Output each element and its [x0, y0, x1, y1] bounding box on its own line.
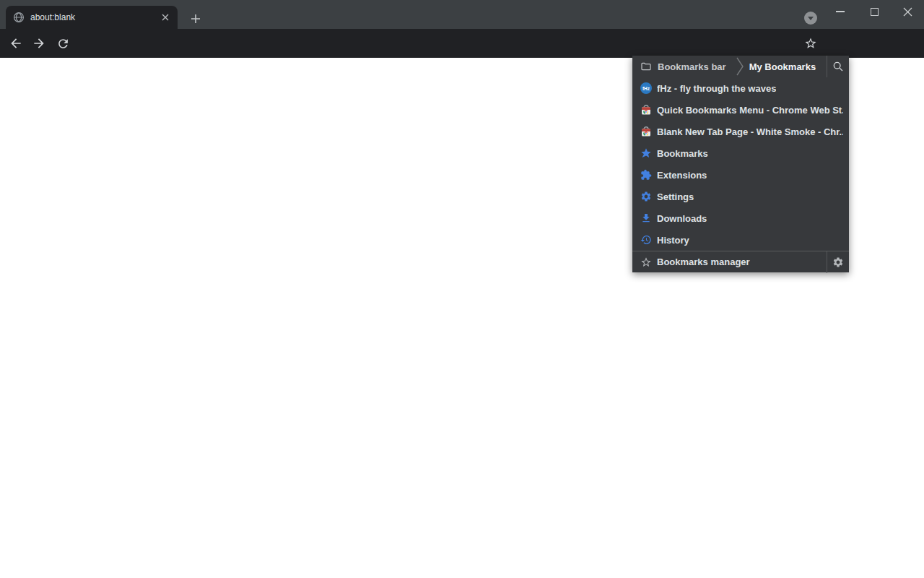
tab-title: about:blank [30, 12, 159, 22]
bookmarks-manager-button[interactable]: Bookmarks manager [632, 251, 827, 273]
bookmark-item-label: History [657, 235, 689, 246]
fhz-favicon-icon: fHz [640, 82, 652, 94]
minimize-icon [836, 11, 845, 12]
titlebar-caret-button[interactable] [804, 12, 817, 25]
bookmark-list-item[interactable]: Blank New Tab Page - White Smoke - Chr..… [632, 121, 849, 142]
downloads-arrow-icon [640, 212, 652, 224]
bookmark-list-item[interactable]: Settings [632, 186, 849, 207]
chrome-web-store-favicon-icon [640, 104, 652, 116]
chrome-web-store-favicon-icon [640, 126, 652, 137]
reload-icon [56, 37, 70, 51]
minimize-button[interactable] [829, 3, 852, 20]
bookmark-list-item[interactable]: fHz fHz - fly through the waves [632, 77, 849, 99]
arrow-right-icon [32, 36, 46, 51]
bookmark-list-item[interactable]: Bookmarks [632, 142, 849, 164]
bookmarks-star-icon [640, 147, 652, 159]
bookmark-item-label: Downloads [657, 213, 707, 224]
bookmark-item-label: fHz - fly through the waves [657, 83, 776, 94]
tab-close-button[interactable] [159, 11, 172, 24]
breadcrumb-chevron-icon [736, 57, 744, 76]
titlebar: about:blank [0, 0, 924, 29]
popup-footer: Bookmarks manager [632, 251, 849, 272]
bookmark-list-item[interactable]: History [632, 229, 849, 251]
bookmark-item-label: Extensions [657, 170, 707, 181]
chevron-down-icon [808, 17, 814, 20]
popup-breadcrumb-bar: Bookmarks bar My Bookmarks [632, 56, 849, 77]
bookmarks-manager-label: Bookmarks manager [657, 256, 750, 267]
bookmark-item-label: Bookmarks [657, 148, 708, 159]
arrow-left-icon [9, 36, 23, 51]
popup-settings-button[interactable] [827, 251, 849, 273]
breadcrumb-parent-folder[interactable]: Bookmarks bar [632, 61, 726, 72]
plus-icon [191, 14, 201, 24]
bookmark-list-item[interactable]: Extensions [632, 164, 849, 186]
bookmark-item-label: Settings [657, 191, 694, 202]
browser-tab[interactable]: about:blank [6, 6, 178, 29]
window-close-button[interactable] [896, 3, 919, 20]
gear-icon [832, 256, 844, 268]
extensions-puzzle-icon [640, 169, 652, 181]
close-icon [903, 7, 912, 17]
search-icon [832, 61, 844, 72]
toolbar: about:blank [0, 29, 924, 58]
history-clock-icon [640, 234, 652, 246]
bookmarks-popup: Bookmarks bar My Bookmarks fHz fHz - fly… [632, 56, 849, 272]
breadcrumb-current-label: My Bookmarks [749, 61, 816, 72]
star-outline-icon [640, 256, 652, 268]
settings-gear-icon [640, 191, 652, 202]
bookmark-list: fHz fHz - fly through the waves Quick Bo… [632, 77, 849, 251]
new-tab-button[interactable] [186, 9, 205, 28]
globe-icon [13, 12, 25, 23]
reload-button[interactable] [53, 33, 73, 53]
bookmark-item-label: Blank New Tab Page - White Smoke - Chr..… [657, 126, 843, 137]
bookmark-page-button[interactable] [801, 33, 821, 53]
maximize-icon [871, 8, 879, 16]
back-button[interactable] [6, 33, 26, 53]
popup-search-button[interactable] [827, 56, 849, 77]
breadcrumb-parent-label: Bookmarks bar [658, 61, 726, 72]
close-icon [162, 14, 169, 21]
maximize-button[interactable] [863, 3, 886, 20]
bookmark-list-item[interactable]: Downloads [632, 207, 849, 229]
star-outline-icon [804, 37, 817, 50]
folder-icon [640, 61, 652, 72]
bookmark-item-label: Quick Bookmarks Menu - Chrome Web St... [657, 105, 843, 116]
bookmark-list-item[interactable]: Quick Bookmarks Menu - Chrome Web St... [632, 99, 849, 121]
forward-button[interactable] [29, 33, 49, 53]
